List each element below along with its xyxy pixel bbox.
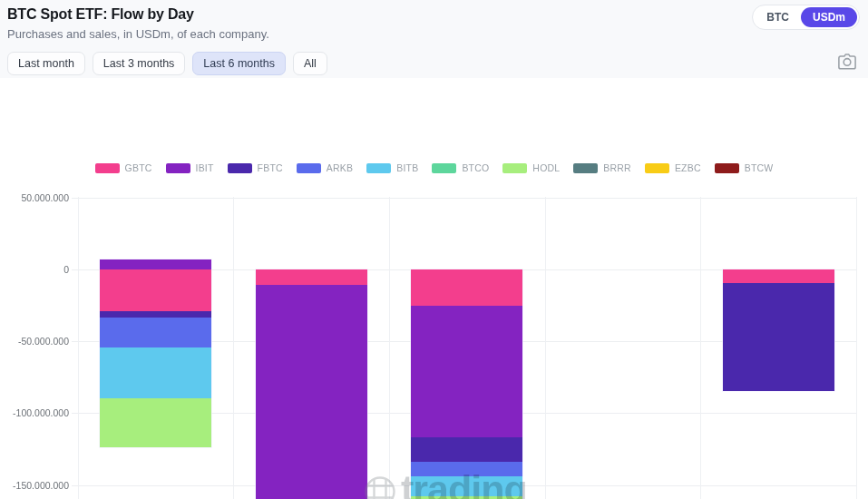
camera-icon [837, 60, 857, 73]
chart-card: GBTCIBITFBTCARKBBITBBTCOHODLBRRREZBCBTCW… [0, 78, 868, 499]
gridline-x [233, 197, 234, 499]
range-button-all[interactable]: All [293, 52, 327, 75]
gridline-x [700, 197, 701, 499]
screenshot-button[interactable] [835, 51, 859, 74]
chart-legend: GBTCIBITFBTCARKBBITBBTCOHODLBRRREZBCBTCW [0, 162, 868, 173]
gridline-x [545, 197, 546, 499]
legend-swatch-arkb [297, 163, 321, 173]
legend-label: EZBC [675, 162, 701, 173]
legend-swatch-ibit [166, 163, 190, 173]
y-axis-tick-label: 50.000.000 [0, 191, 69, 204]
unit-toggle-option-btc[interactable]: BTC [755, 7, 801, 27]
legend-label: ARKB [327, 162, 353, 173]
legend-item-ezbc[interactable]: EZBC [645, 162, 701, 173]
bar-segment-ibit[interactable] [411, 306, 522, 438]
legend-item-arkb[interactable]: ARKB [297, 162, 353, 173]
btc-etf-flow-app: BTC Spot ETF: Flow by Day Purchases and … [0, 0, 868, 499]
legend-item-gbtc[interactable]: GBTC [95, 162, 152, 173]
legend-label: GBTC [125, 162, 152, 173]
legend-label: IBIT [196, 162, 214, 173]
legend-item-bitb[interactable]: BITB [366, 162, 418, 173]
gridline-x [389, 197, 390, 499]
y-axis-tick-label: -50.000.000 [0, 335, 69, 347]
legend-swatch-btcw [715, 163, 739, 173]
unit-toggle[interactable]: BTCUSDm [752, 5, 860, 30]
legend-label: BITB [396, 162, 418, 173]
bar-segment-arkb[interactable] [411, 462, 522, 476]
legend-swatch-fbtc [228, 163, 252, 173]
bar-segment-hodl[interactable] [100, 398, 211, 447]
bar-26-dec [723, 269, 834, 391]
page-title: BTC Spot ETF: Flow by Day [7, 6, 194, 23]
gridline-x [78, 197, 79, 499]
legend-swatch-ezbc [645, 163, 669, 173]
legend-label: BTCO [462, 162, 489, 173]
y-axis-tick-label: -150.000.000 [0, 479, 69, 492]
bar-segment-gbtc[interactable] [256, 269, 367, 285]
range-filter-row: Last monthLast 3 monthsLast 6 monthsAll [7, 52, 327, 75]
legend-swatch-brrr [573, 163, 598, 173]
bar-segment-ibit[interactable] [100, 259, 211, 269]
legend-swatch-bitb [366, 163, 391, 173]
bar-segment-fbtc[interactable] [411, 437, 522, 462]
range-button-last-month[interactable]: Last month [7, 52, 85, 75]
legend-item-hodl[interactable]: HODL [502, 162, 560, 173]
y-axis-tick-label: -100.000.000 [0, 406, 69, 419]
legend-label: FBTC [258, 162, 283, 173]
legend-label: HODL [532, 162, 560, 173]
unit-toggle-option-usdm[interactable]: USDm [801, 7, 857, 27]
bar-segment-gbtc[interactable] [411, 269, 522, 306]
legend-swatch-hodl [502, 163, 527, 173]
bar-segment-gbtc[interactable] [100, 269, 211, 311]
bar-segment-bitb[interactable] [100, 347, 211, 397]
page-subtitle: Purchases and sales, in USDm, of each co… [7, 27, 269, 41]
bar-chart-plot: 50.000.0000-50.000.000-100.000.000-150.0… [0, 187, 868, 499]
legend-item-ibit[interactable]: IBIT [166, 162, 214, 173]
range-button-last-3-months[interactable]: Last 3 months [93, 52, 186, 75]
bar-segment-ibit[interactable] [256, 285, 367, 499]
legend-item-brrr[interactable]: BRRR [573, 162, 631, 173]
bar-segment-fbtc[interactable] [100, 311, 211, 318]
gridline-x [856, 197, 857, 499]
legend-item-btcw[interactable]: BTCW [715, 162, 774, 173]
range-button-last-6-months[interactable]: Last 6 months [192, 52, 286, 75]
bar-24-dec [411, 269, 522, 499]
legend-item-btco[interactable]: BTCO [432, 162, 489, 173]
legend-label: BRRR [603, 162, 631, 173]
bar-23-dec [256, 269, 367, 499]
bar-segment-fbtc[interactable] [723, 283, 834, 391]
y-axis-tick-label: 0 [0, 263, 69, 276]
bar-segment-bitb[interactable] [411, 476, 522, 496]
bar-segment-gbtc[interactable] [723, 269, 834, 283]
legend-swatch-gbtc [95, 163, 120, 173]
bar-22-dec [100, 259, 211, 447]
bar-segment-arkb[interactable] [100, 318, 211, 347]
gridline-y [72, 198, 856, 199]
legend-item-fbtc[interactable]: FBTC [228, 162, 283, 173]
legend-label: BTCW [745, 162, 774, 173]
legend-swatch-btco [432, 163, 456, 173]
